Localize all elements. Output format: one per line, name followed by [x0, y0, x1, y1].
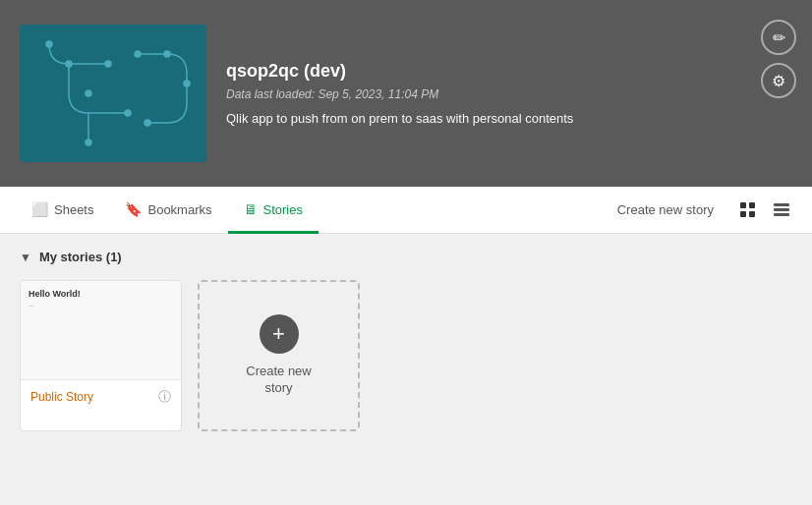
- section-title: My stories (1): [39, 250, 122, 264]
- tab-bookmarks[interactable]: 🔖 Bookmarks: [109, 188, 227, 234]
- svg-point-1: [46, 41, 52, 47]
- svg-point-3: [86, 90, 91, 96]
- create-card-label: Create newstory: [246, 364, 311, 397]
- settings-button[interactable]: ⚙: [761, 63, 796, 98]
- svg-point-7: [135, 51, 141, 57]
- tab-sheets[interactable]: ⬜ Sheets: [16, 188, 109, 234]
- sheets-icon: ⬜: [31, 201, 48, 217]
- create-story-card[interactable]: + Create newstory: [198, 280, 360, 431]
- sheets-label: Sheets: [54, 202, 93, 217]
- edit-button[interactable]: ✏: [761, 20, 796, 55]
- grid-icon: [739, 201, 757, 219]
- svg-rect-16: [774, 208, 789, 211]
- svg-rect-15: [774, 203, 789, 206]
- app-title: qsop2qc (dev): [226, 61, 792, 82]
- svg-point-8: [164, 51, 170, 57]
- svg-point-5: [125, 110, 131, 116]
- settings-icon: ⚙: [772, 72, 785, 90]
- my-stories-section-header[interactable]: ▼ My stories (1): [20, 250, 792, 264]
- app-description: Qlik app to push from on prem to saas wi…: [226, 111, 792, 126]
- story-name: Public Story: [30, 390, 93, 404]
- app-header: qsop2qc (dev) Data last loaded: Sep 5, 2…: [0, 0, 812, 187]
- svg-point-6: [86, 140, 91, 145]
- svg-rect-12: [749, 202, 755, 208]
- tab-stories[interactable]: 🖥 Stories: [228, 188, 319, 234]
- story-card[interactable]: Hello World! ... Public Story ⓘ: [20, 280, 182, 431]
- tab-bar: ⬜ Sheets 🔖 Bookmarks 🖥 Stories Create ne…: [0, 187, 812, 234]
- create-plus-icon: +: [260, 314, 299, 354]
- app-info: qsop2qc (dev) Data last loaded: Sep 5, 2…: [226, 61, 792, 126]
- svg-point-9: [184, 81, 190, 86]
- bookmark-icon: 🔖: [125, 201, 142, 217]
- edit-icon: ✏: [773, 28, 785, 47]
- chevron-down-icon: ▼: [20, 251, 31, 264]
- grid-view-button[interactable]: [733, 197, 763, 223]
- svg-point-10: [145, 120, 150, 126]
- svg-rect-11: [740, 202, 746, 208]
- list-view-button[interactable]: [767, 197, 796, 223]
- bookmarks-label: Bookmarks: [147, 202, 211, 217]
- info-icon[interactable]: ⓘ: [158, 388, 171, 406]
- view-toggle: [733, 197, 796, 223]
- app-date: Data last loaded: Sep 5, 2023, 11:04 PM: [226, 87, 792, 101]
- svg-rect-14: [749, 211, 755, 217]
- svg-point-4: [105, 61, 111, 67]
- story-preview-text: Hello World!: [29, 289, 173, 299]
- svg-point-2: [66, 61, 72, 67]
- story-preview-sub: ...: [29, 301, 173, 308]
- create-new-story-button[interactable]: Create new story: [606, 196, 725, 223]
- stories-label: Stories: [263, 202, 303, 217]
- list-icon: [773, 201, 790, 219]
- svg-rect-13: [740, 211, 746, 217]
- story-preview: Hello World! ...: [21, 281, 181, 379]
- story-card-footer: Public Story ⓘ: [21, 379, 181, 414]
- content-area: ▼ My stories (1) Hello World! ... Public…: [0, 234, 812, 505]
- stories-icon: 🖥: [244, 201, 258, 217]
- app-thumbnail: [20, 25, 206, 162]
- svg-rect-17: [774, 213, 789, 216]
- stories-grid: Hello World! ... Public Story ⓘ + Create…: [20, 280, 792, 431]
- header-actions: ✏ ⚙: [761, 20, 796, 98]
